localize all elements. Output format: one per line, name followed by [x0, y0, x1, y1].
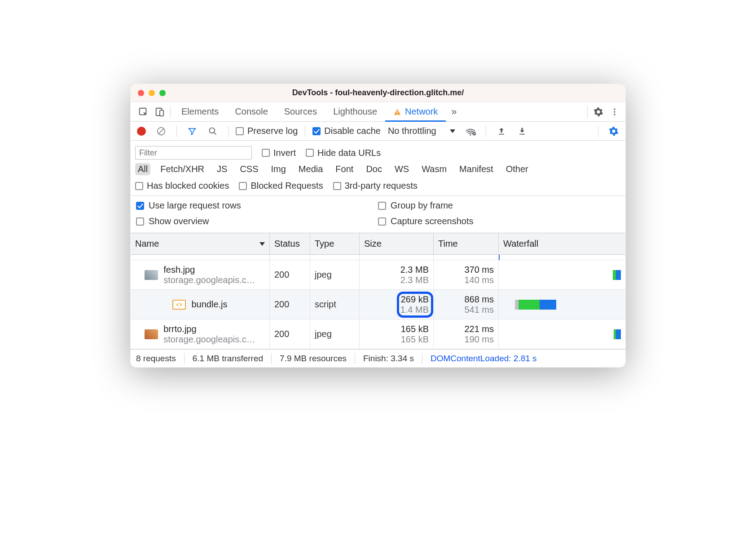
search-icon[interactable]	[205, 123, 221, 139]
filter-toggle-icon[interactable]	[184, 123, 200, 139]
svg-point-6	[614, 111, 615, 112]
devtools-window: DevTools - foul-heavenly-direction.glitc…	[130, 84, 626, 368]
filter-type-js[interactable]: JS	[214, 163, 230, 175]
svg-point-7	[614, 114, 615, 115]
svg-point-5	[614, 108, 615, 110]
svg-point-9	[210, 128, 215, 133]
svg-rect-12	[499, 133, 504, 134]
network-conditions-icon[interactable]	[462, 123, 479, 139]
svg-rect-3	[397, 111, 398, 113]
window-title: DevTools - foul-heavenly-direction.glitc…	[131, 88, 625, 98]
svg-rect-4	[397, 113, 398, 114]
col-time[interactable]: Time	[434, 233, 499, 255]
filter-type-manifest[interactable]: Manifest	[457, 163, 496, 175]
requests-count: 8 requests	[136, 354, 176, 364]
device-toggle-icon[interactable]	[151, 104, 167, 120]
clear-icon[interactable]	[153, 123, 169, 139]
chevron-down-icon	[450, 129, 455, 133]
filter-type-font[interactable]: Font	[333, 163, 356, 175]
throttling-select[interactable]: No throttling	[388, 126, 455, 136]
status-bar: 8 requests 6.1 MB transferred 7.9 MB res…	[131, 349, 625, 367]
waterfall-bar	[503, 263, 621, 287]
disable-cache-checkbox[interactable]: Disable cache	[312, 126, 381, 136]
third-party-checkbox[interactable]: 3rd-party requests	[333, 181, 418, 191]
col-size[interactable]: Size	[360, 233, 434, 255]
tab-elements[interactable]: Elements	[173, 102, 227, 122]
tab-sources[interactable]: Sources	[276, 102, 325, 122]
finish-time: Finish: 3.34 s	[363, 354, 414, 364]
filter-type-doc[interactable]: Doc	[363, 163, 385, 175]
filter-type-img[interactable]: Img	[268, 163, 289, 175]
preserve-log-checkbox[interactable]: Preserve log	[236, 126, 298, 136]
filter-type-wasm[interactable]: Wasm	[419, 163, 449, 175]
view-options: Use large request rows Group by frame Sh…	[131, 196, 625, 233]
tab-console[interactable]: Console	[227, 102, 276, 122]
group-by-frame-checkbox[interactable]: Group by frame	[378, 200, 620, 211]
transferred-size: 6.1 MB transferred	[193, 354, 263, 364]
record-icon[interactable]	[137, 127, 146, 136]
dom-content-loaded: DOMContentLoaded: 2.81 s	[431, 354, 537, 364]
file-thumbnail	[145, 329, 158, 339]
settings-icon[interactable]	[590, 104, 607, 120]
col-name[interactable]: Name	[131, 233, 270, 255]
filters-area: Invert Hide data URLs All Fetch/XHR JS C…	[131, 141, 625, 196]
invert-checkbox[interactable]: Invert	[262, 148, 296, 158]
more-tabs-icon[interactable]: »	[446, 104, 462, 120]
svg-rect-13	[519, 133, 525, 134]
requests-table: Name Status Type Size Time Waterfall fes…	[131, 233, 625, 349]
window-titlebar: DevTools - foul-heavenly-direction.glitc…	[131, 84, 625, 102]
filter-type-media[interactable]: Media	[296, 163, 325, 175]
blocked-requests-checkbox[interactable]: Blocked Requests	[239, 181, 323, 191]
main-tabs: Elements Console Sources Lighthouse Netw…	[131, 102, 625, 122]
filter-type-ws[interactable]: WS	[392, 163, 412, 175]
file-thumbnail	[145, 270, 158, 280]
col-waterfall[interactable]: Waterfall	[499, 233, 625, 255]
filter-input[interactable]	[135, 146, 252, 160]
waterfall-bar	[503, 293, 621, 316]
filter-type-css[interactable]: CSS	[237, 163, 261, 175]
network-toolbar: Preserve log Disable cache No throttling	[131, 122, 625, 141]
filter-type-all[interactable]: All	[135, 163, 150, 175]
kebab-menu-icon[interactable]	[607, 104, 623, 120]
resources-size: 7.9 MB resources	[280, 354, 347, 364]
svg-point-10	[470, 134, 471, 135]
col-status[interactable]: Status	[270, 233, 310, 255]
upload-har-icon[interactable]	[493, 123, 510, 139]
show-overview-checkbox[interactable]: Show overview	[136, 216, 378, 226]
filter-type-other[interactable]: Other	[503, 163, 531, 175]
col-type[interactable]: Type	[310, 233, 360, 255]
waterfall-bar	[503, 322, 621, 346]
tab-network[interactable]: Network	[385, 102, 446, 122]
capture-screenshots-checkbox[interactable]: Capture screenshots	[378, 216, 620, 226]
large-rows-checkbox[interactable]: Use large request rows	[136, 200, 378, 211]
sort-caret-icon	[259, 242, 265, 246]
tab-lighthouse[interactable]: Lighthouse	[325, 102, 385, 122]
panel-settings-icon[interactable]	[606, 123, 622, 139]
script-icon	[172, 300, 186, 310]
hide-data-urls-checkbox[interactable]: Hide data URLs	[306, 148, 381, 158]
svg-rect-2	[160, 110, 163, 116]
download-har-icon[interactable]	[514, 123, 530, 139]
size-highlight: 269 kB1.4 MB	[400, 294, 429, 315]
warning-icon	[393, 108, 401, 116]
filter-type-fetch[interactable]: Fetch/XHR	[158, 163, 207, 175]
blocked-cookies-checkbox[interactable]: Has blocked cookies	[135, 181, 229, 191]
inspect-icon[interactable]	[135, 104, 151, 120]
